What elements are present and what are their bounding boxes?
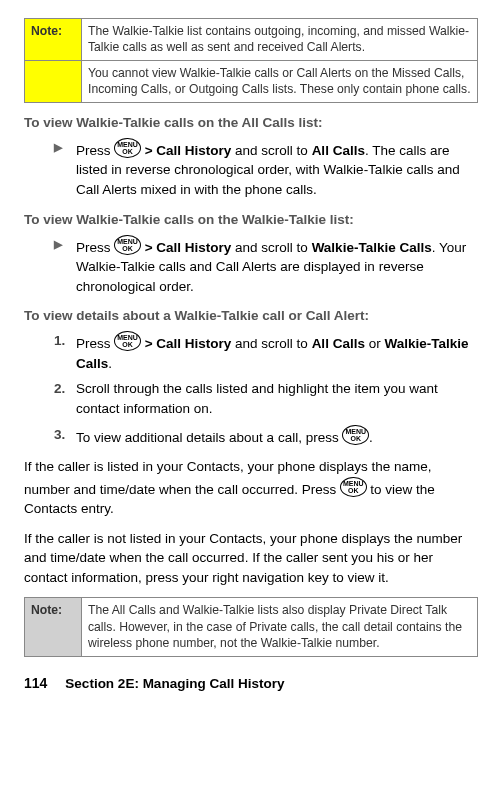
menu-ok-icon: MENUOK [114,331,141,351]
note-text-1b: You cannot view Walkie-Talkie calls or C… [82,60,478,102]
heading-details: To view details about a Walkie-Talkie ca… [24,308,478,323]
note-box-2: Note: The All Calls and Walkie-Talkie li… [24,597,478,656]
step-text: Press MENUOK > Call History and scroll t… [76,331,478,373]
step-number: 2. [54,379,76,418]
document-page: Note: The Walkie-Talkie list contains ou… [0,0,502,701]
note-label: Note: [25,19,82,61]
step-item: ▶ Press MENUOK > Call History and scroll… [54,235,478,297]
steps-wt-list: ▶ Press MENUOK > Call History and scroll… [54,235,478,297]
step-item: ▶ Press MENUOK > Call History and scroll… [54,138,478,200]
heading-all-calls: To view Walkie-Talkie calls on the All C… [24,115,478,130]
step-item-1: 1. Press MENUOK > Call History and scrol… [54,331,478,373]
steps-all-calls: ▶ Press MENUOK > Call History and scroll… [54,138,478,200]
step-item-2: 2. Scroll through the calls listed and h… [54,379,478,418]
heading-wt-list: To view Walkie-Talkie calls on the Walki… [24,212,478,227]
page-number: 114 [24,675,47,691]
note-label: Note: [25,598,82,656]
step-item-3: 3. To view additional details about a ca… [54,425,478,448]
step-text: Press MENUOK > Call History and scroll t… [76,235,478,297]
menu-ok-icon: MENUOK [342,425,369,445]
note-text-2: The All Calls and Walkie-Talkie lists al… [82,598,478,656]
step-text: Scroll through the calls listed and high… [76,379,478,418]
step-text: To view additional details about a call,… [76,425,373,448]
triangle-marker-icon: ▶ [54,235,76,297]
menu-ok-icon: MENUOK [114,138,141,158]
steps-details: 1. Press MENUOK > Call History and scrol… [54,331,478,447]
step-text: Press MENUOK > Call History and scroll t… [76,138,478,200]
note-text-1a: The Walkie-Talkie list contains outgoing… [82,19,478,61]
note-box-1: Note: The Walkie-Talkie list contains ou… [24,18,478,103]
note-label-empty [25,60,82,102]
menu-ok-icon: MENUOK [114,235,141,255]
triangle-marker-icon: ▶ [54,138,76,200]
section-title: Section 2E: Managing Call History [65,676,284,691]
step-number: 3. [54,425,76,448]
menu-ok-icon: MENUOK [340,477,367,497]
page-footer: 114 Section 2E: Managing Call History [24,675,478,691]
step-number: 1. [54,331,76,373]
paragraph-contacts-not-listed: If the caller is not listed in your Cont… [24,529,478,588]
paragraph-contacts-listed: If the caller is listed in your Contacts… [24,457,478,519]
